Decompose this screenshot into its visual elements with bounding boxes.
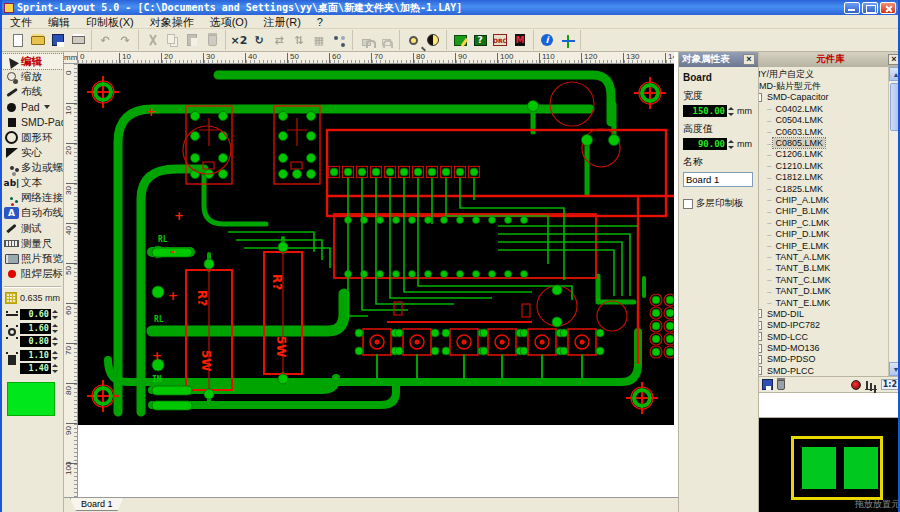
tree-item-TANT_E.LMK[interactable]: –TANT_E.LMK (759, 297, 895, 308)
tool-zone[interactable]: 实心 (2, 145, 63, 160)
width-display[interactable]: 150.00 (683, 105, 727, 117)
tree-item-SMD-Capacitor[interactable]: -SMD-Capacitor (759, 92, 895, 103)
height-spinner[interactable] (728, 139, 735, 150)
tool-test[interactable]: 测试 (2, 221, 63, 236)
tree-item-C1206.LMK[interactable]: –C1206.LMK (759, 149, 895, 160)
tree-item-SMD-DIL[interactable]: +SMD-DIL (759, 308, 895, 319)
tool-smd-pad[interactable]: SMD-Pad (2, 115, 63, 130)
board-name-input[interactable] (683, 172, 753, 187)
menu-item-1[interactable]: 编辑 (40, 15, 78, 29)
tree-item-C0603.LMK[interactable]: –C0603.LMK (759, 126, 895, 137)
scroll-thumb[interactable] (890, 83, 900, 131)
close-icon[interactable]: × (888, 54, 900, 65)
tree-item-SMD-IPC782[interactable]: +SMD-IPC782 (759, 320, 895, 331)
expand-toggle[interactable]: + (759, 321, 762, 330)
tree-item-CHIP_C.LMK[interactable]: –CHIP_C.LMK (759, 217, 895, 228)
info-button[interactable]: i (537, 31, 557, 50)
menu-item-0[interactable]: 文件 (2, 15, 40, 29)
new-button[interactable] (8, 31, 28, 50)
tree-item-SMD-MO136[interactable]: +SMD-MO136 (759, 342, 895, 353)
multilayer-checkbox[interactable] (683, 199, 693, 209)
connect-button[interactable] (329, 31, 349, 50)
menu-item-2[interactable]: 印制板(X) (78, 15, 142, 29)
tree-item-C0402.LMK[interactable]: –C0402.LMK (759, 103, 895, 114)
library-save-icon[interactable] (762, 379, 773, 390)
library-pins-icon[interactable] (865, 379, 877, 390)
cut-button[interactable] (142, 31, 162, 50)
pad-outer-display[interactable]: 1.60 (20, 323, 51, 334)
flip-h-button[interactable]: ⇄ (269, 31, 289, 50)
tool-connections[interactable]: 网络连接线 (2, 191, 63, 206)
expand-toggle[interactable]: + (759, 366, 762, 375)
tree-item-CHIP_B.LMK[interactable]: –CHIP_B.LMK (759, 206, 895, 217)
scroll-up-icon[interactable]: ▲ (889, 67, 900, 81)
board-tab[interactable]: Board 1 (70, 498, 124, 511)
pad-inner-display[interactable]: 0.80 (20, 336, 51, 347)
tool-edit[interactable]: 编辑 (2, 54, 63, 69)
smd-height-spinner[interactable] (52, 363, 59, 374)
tool-zoom[interactable]: 缩放 (2, 69, 63, 84)
tree-item-C1812.LMK[interactable]: –C1812.LMK (759, 172, 895, 183)
tool-photoview[interactable]: 照片预览 (2, 251, 63, 266)
rotate-button[interactable]: ↻ (249, 31, 269, 50)
tree-item-C0504.LMK[interactable]: –C0504.LMK (759, 115, 895, 126)
track-width-spinner[interactable] (52, 309, 59, 320)
width-spinner[interactable] (728, 106, 735, 117)
flip-v-button[interactable]: ⇅ (289, 31, 309, 50)
grid-setting[interactable]: 0.635 mm (2, 290, 63, 306)
test-board-button[interactable]: ? (470, 31, 490, 50)
tool-soldermask[interactable]: 阻焊层标记 (2, 267, 63, 282)
tree-item-CHIP_A.LMK[interactable]: –CHIP_A.LMK (759, 194, 895, 205)
tree-item-C1210.LMK[interactable]: –C1210.LMK (759, 160, 895, 171)
tool-text[interactable]: ab|文本 (2, 176, 63, 191)
scroll-down-icon[interactable]: ▼ (889, 362, 900, 376)
tree-item-TANT_D.LMK[interactable]: –TANT_D.LMK (759, 285, 895, 296)
expand-toggle[interactable]: + (759, 332, 762, 341)
unlock-button[interactable] (376, 31, 396, 50)
expand-toggle[interactable]: + (759, 344, 762, 353)
menu-item-4[interactable]: 选项(O) (202, 15, 256, 29)
pcb-canvas[interactable]: R? 5W R? 5W (78, 64, 674, 425)
tree-item-SMD-PLCC[interactable]: +SMD-PLCC (759, 365, 895, 376)
smd-width-display[interactable]: 1.10 (20, 350, 51, 361)
paste-button[interactable] (182, 31, 202, 50)
tool-measure[interactable]: 测量尺 (2, 236, 63, 251)
tree-item-TANT_A.LMK[interactable]: –TANT_A.LMK (759, 251, 895, 262)
tree-item-SMD-PDSO[interactable]: +SMD-PDSO (759, 354, 895, 365)
align-button[interactable]: ▦ (309, 31, 329, 50)
library-name-field[interactable] (759, 393, 900, 418)
footprint-edit-button[interactable] (450, 31, 470, 50)
menu-item-5[interactable]: 注册(R) (256, 15, 309, 29)
minimize-button[interactable] (844, 2, 860, 14)
close-icon[interactable]: × (743, 54, 755, 65)
contrast-button[interactable] (423, 31, 443, 50)
tree-item-C0805.LMK[interactable]: –C0805.LMK (759, 137, 895, 148)
open-button[interactable] (28, 31, 48, 50)
height-display[interactable]: 90.00 (683, 138, 727, 150)
tree-item-CHIP_D.LMK[interactable]: –CHIP_D.LMK (759, 228, 895, 239)
copy-button[interactable] (162, 31, 182, 50)
library-origin-icon[interactable] (851, 380, 861, 390)
tree-item-C1825.LMK[interactable]: –C1825.LMK (759, 183, 895, 194)
pad-inner-spinner[interactable] (52, 336, 59, 347)
close-button[interactable] (880, 2, 896, 14)
print-button[interactable] (68, 31, 88, 50)
library-scrollbar[interactable]: ▲ ▼ (888, 67, 900, 376)
tool-track[interactable]: 布线 (2, 84, 63, 99)
redo-button[interactable]: ↷ (115, 31, 135, 50)
tree-item-TANT_C.LMK[interactable]: –TANT_C.LMK (759, 274, 895, 285)
footprint-preview[interactable]: 拖放放置元 (759, 418, 900, 512)
tool-circle[interactable]: 圆形环 (2, 130, 63, 145)
tree-item-SMD-贴片型元件[interactable]: -SMD-贴片型元件 (759, 80, 895, 91)
pad-outer-spinner[interactable] (52, 323, 59, 334)
undo-button[interactable]: ↶ (95, 31, 115, 50)
menu-item-6[interactable]: ? (309, 15, 331, 29)
layer-color-swatch[interactable] (7, 382, 55, 416)
chevron-down-icon[interactable] (44, 105, 50, 109)
tool-special[interactable]: 多边或螺纹 (2, 160, 63, 175)
expand-toggle[interactable]: + (759, 355, 762, 364)
zoom-button[interactable] (403, 31, 423, 50)
duplicate-button[interactable]: ×2 (229, 31, 249, 50)
menu-item-3[interactable]: 对象操作 (142, 15, 202, 29)
save-button[interactable] (48, 31, 68, 50)
